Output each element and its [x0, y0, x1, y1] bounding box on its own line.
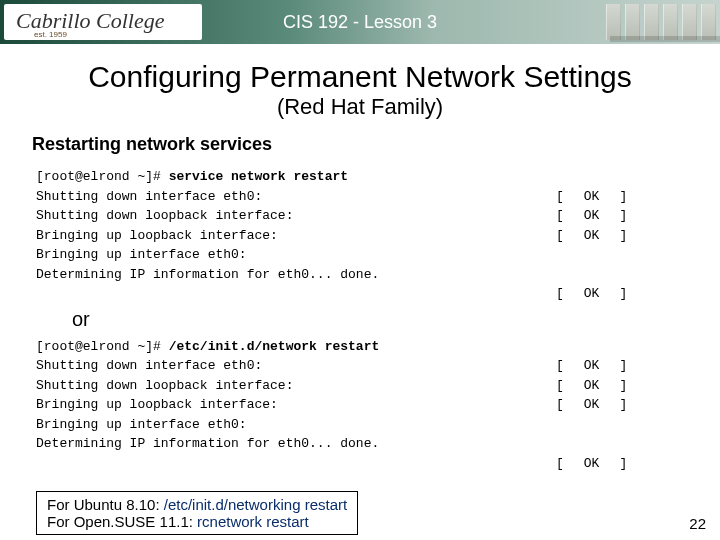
terminal-block-1: [root@elrond ~]# service network restart…	[36, 167, 690, 304]
section-heading: Restarting network services	[32, 134, 690, 155]
terminal-block-2: [root@elrond ~]# /etc/init.d/network res…	[36, 337, 690, 474]
output-line: Shutting down loopback interface:	[36, 376, 556, 396]
output-line: Shutting down loopback interface:	[36, 206, 556, 226]
output-line: Bringing up loopback interface:	[36, 395, 556, 415]
slide-content: Configuring Permanent Network Settings (…	[0, 44, 720, 535]
shell-prompt: [root@elrond ~]#	[36, 339, 169, 354]
output-line: Shutting down interface eth0:	[36, 187, 556, 207]
command-text: service network restart	[169, 169, 348, 184]
slide-title: Configuring Permanent Network Settings	[30, 60, 690, 94]
distro-notes-box: For Ubuntu 8.10: /etc/init.d/networking …	[36, 491, 358, 535]
note-label: For Open.SUSE 11.1:	[47, 513, 197, 530]
note-command: rcnetwork restart	[197, 513, 309, 530]
slide-header: Cabrillo College est. 1959 CIS 192 - Les…	[0, 0, 720, 44]
output-line: Determining IP information for eth0... d…	[36, 434, 556, 454]
or-separator: or	[72, 308, 690, 331]
note-label: For Ubuntu 8.10:	[47, 496, 164, 513]
output-line: Bringing up interface eth0:	[36, 415, 556, 435]
output-line: Shutting down interface eth0:	[36, 356, 556, 376]
logo-est: est. 1959	[34, 30, 67, 39]
page-number: 22	[689, 515, 706, 532]
college-logo: Cabrillo College est. 1959	[4, 4, 202, 40]
command-text: /etc/init.d/network restart	[169, 339, 380, 354]
header-pillars-decor	[606, 4, 716, 40]
output-line: Determining IP information for eth0... d…	[36, 265, 556, 285]
output-line: Bringing up loopback interface:	[36, 226, 556, 246]
note-command: /etc/init.d/networking restart	[164, 496, 347, 513]
shell-prompt: [root@elrond ~]#	[36, 169, 169, 184]
output-line: Bringing up interface eth0:	[36, 245, 556, 265]
slide-subtitle: (Red Hat Family)	[30, 94, 690, 120]
